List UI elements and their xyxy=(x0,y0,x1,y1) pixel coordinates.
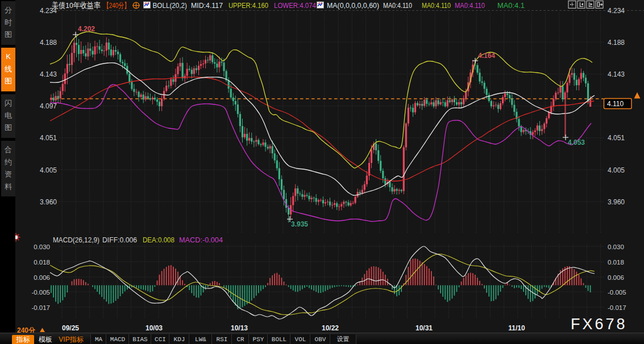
svg-text:MA0:4.110: MA0:4.110 xyxy=(422,2,451,10)
svg-text:BOLL(20,2): BOLL(20,2) xyxy=(153,2,188,10)
svg-text:0.030: 0.030 xyxy=(34,244,50,250)
svg-text:4.051: 4.051 xyxy=(608,134,625,142)
svg-text:美债10年收益率: 美债10年收益率 xyxy=(52,1,101,10)
svg-text:4.188: 4.188 xyxy=(40,39,57,47)
svg-text:-0.005: -0.005 xyxy=(31,289,50,296)
svg-text:4.097: 4.097 xyxy=(40,102,57,110)
svg-text:4.143: 4.143 xyxy=(608,70,625,78)
svg-text:3.960: 3.960 xyxy=(608,198,625,206)
svg-text:MACD:-0.004: MACD:-0.004 xyxy=(179,236,223,244)
svg-text:MA0:4.110: MA0:4.110 xyxy=(455,2,485,10)
svg-text:-0.017: -0.017 xyxy=(608,304,626,311)
svg-text:4.202: 4.202 xyxy=(78,25,95,33)
svg-text:MA(0,0,0,0,0,60): MA(0,0,0,0,0,60) xyxy=(327,2,379,10)
svg-text:4.234: 4.234 xyxy=(608,7,625,15)
svg-text:11/10: 11/10 xyxy=(508,324,525,332)
svg-text:MA0:4.110: MA0:4.110 xyxy=(383,2,412,10)
svg-text:FX678: FX678 xyxy=(571,316,628,333)
svg-text:4.005: 4.005 xyxy=(608,166,625,174)
svg-text:09/25: 09/25 xyxy=(62,324,79,332)
svg-text:4.005: 4.005 xyxy=(40,166,57,174)
svg-text:0.006: 0.006 xyxy=(34,274,50,281)
svg-text:MID:4.117: MID:4.117 xyxy=(191,2,223,10)
svg-text:10/03: 10/03 xyxy=(146,324,163,332)
svg-text:MA0:4.1: MA0:4.1 xyxy=(497,2,525,10)
svg-text:DIFF:0.006: DIFF:0.006 xyxy=(102,236,137,244)
svg-text:LOWER:4.074: LOWER:4.074 xyxy=(274,2,316,10)
svg-text:【240分】: 【240分】 xyxy=(103,1,130,10)
svg-text:MACD(26,12,9): MACD(26,12,9) xyxy=(53,236,99,244)
svg-text:4.188: 4.188 xyxy=(608,39,625,47)
svg-text:-0.005: -0.005 xyxy=(608,289,626,296)
svg-text:0.030: 0.030 xyxy=(608,244,624,250)
svg-text:4.164: 4.164 xyxy=(478,52,495,60)
svg-text:0.018: 0.018 xyxy=(608,259,624,266)
svg-text:10/13: 10/13 xyxy=(231,324,248,332)
svg-text:0.006: 0.006 xyxy=(608,274,624,281)
svg-text:DEA:0.008: DEA:0.008 xyxy=(143,236,174,244)
svg-text:0.018: 0.018 xyxy=(34,259,50,266)
svg-text:3.960: 3.960 xyxy=(40,198,57,206)
svg-text:-0.017: -0.017 xyxy=(31,304,50,311)
svg-text:4.143: 4.143 xyxy=(40,70,57,78)
svg-text:3.935: 3.935 xyxy=(291,220,308,228)
svg-text:10/31: 10/31 xyxy=(416,324,433,332)
svg-text:4.051: 4.051 xyxy=(40,134,57,142)
svg-text:UPPER:4.160: UPPER:4.160 xyxy=(228,2,268,10)
svg-text:10/22: 10/22 xyxy=(322,324,339,332)
svg-text:4.053: 4.053 xyxy=(568,139,585,146)
svg-text:4.110: 4.110 xyxy=(607,100,624,108)
